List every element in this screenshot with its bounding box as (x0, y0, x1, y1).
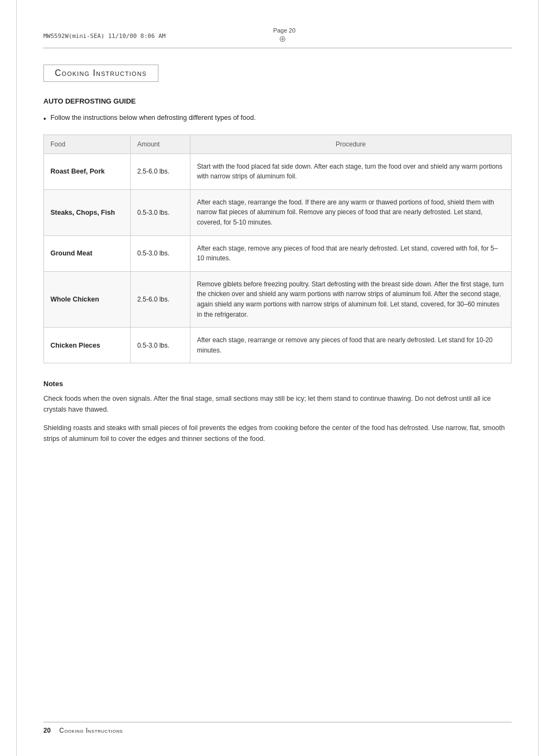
amount-cell: 0.5-3.0 lbs. (131, 189, 190, 235)
header-page-label: Page 20 (273, 27, 296, 34)
procedure-cell: Remove giblets before freezing poultry. … (190, 271, 512, 327)
right-border (538, 0, 539, 756)
page-header: MW5592W(mini-SEA) 11/10/00 8:06 AM Page … (43, 27, 512, 48)
table-row: Chicken Pieces0.5-3.0 lbs.After each sta… (44, 328, 512, 363)
notes-paragraph: Shielding roasts and steaks with small p… (43, 422, 512, 444)
table-row: Ground Meat0.5-3.0 lbs.After each stage,… (44, 235, 512, 271)
col-header-food: Food (44, 134, 131, 153)
amount-cell: 0.5-3.0 lbs. (131, 328, 190, 363)
table-row: Steaks, Chops, Fish0.5-3.0 lbs.After eac… (44, 189, 512, 235)
header-meta: MW5592W(mini-SEA) 11/10/00 8:06 AM (43, 33, 165, 40)
procedure-cell: Start with the food placed fat side down… (190, 153, 512, 189)
food-cell: Steaks, Chops, Fish (44, 189, 131, 235)
food-cell: Whole Chicken (44, 271, 131, 327)
footer-page-number: 20 (43, 727, 50, 734)
section-title-box: Cooking Instructions (43, 65, 158, 82)
notes-section: Check foods when the oven signals. After… (43, 393, 512, 444)
intro-paragraph: • Follow the instructions below when def… (43, 114, 512, 125)
procedure-cell: After each stage, rearrange or remove an… (190, 328, 512, 363)
defrost-table: Food Amount Procedure Roast Beef, Pork2.… (43, 134, 512, 364)
amount-cell: 0.5-3.0 lbs. (131, 235, 190, 271)
food-cell: Ground Meat (44, 235, 131, 271)
header-crosshair-icon (279, 34, 290, 44)
page-footer: 20 Cooking Instructions (43, 722, 512, 734)
amount-cell: 2.5-6.0 lbs. (131, 153, 190, 189)
intro-text: Follow the instructions below when defro… (50, 114, 256, 121)
sub-heading: AUTO DEFROSTING GUIDE (43, 97, 512, 105)
left-border (16, 0, 17, 756)
bullet-symbol: • (43, 114, 46, 125)
section-title: Cooking Instructions (55, 68, 147, 78)
col-header-amount: Amount (131, 134, 190, 153)
notes-heading: Notes (43, 380, 512, 388)
procedure-cell: After each stage, remove any pieces of f… (190, 235, 512, 271)
notes-paragraph: Check foods when the oven signals. After… (43, 393, 512, 415)
table-row: Roast Beef, Pork2.5-6.0 lbs.Start with t… (44, 153, 512, 189)
header-center: Page 20 (273, 27, 296, 44)
footer-title: Cooking Instructions (59, 727, 123, 734)
food-cell: Chicken Pieces (44, 328, 131, 363)
procedure-cell: After each stage, rearrange the food. If… (190, 189, 512, 235)
col-header-procedure: Procedure (190, 134, 512, 153)
amount-cell: 2.5-6.0 lbs. (131, 271, 190, 327)
table-row: Whole Chicken2.5-6.0 lbs.Remove giblets … (44, 271, 512, 327)
page-wrapper: MW5592W(mini-SEA) 11/10/00 8:06 AM Page … (0, 0, 555, 756)
food-cell: Roast Beef, Pork (44, 153, 131, 189)
